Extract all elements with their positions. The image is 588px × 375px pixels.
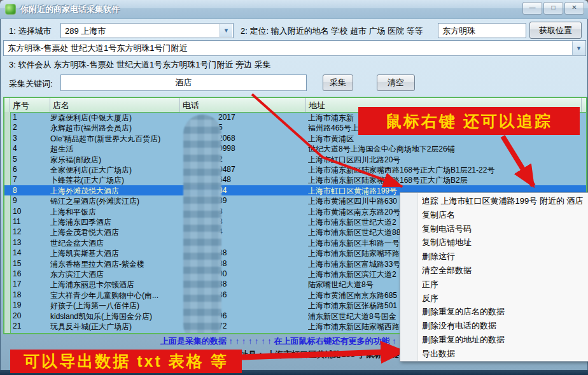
cell-no: 8 [13, 186, 45, 195]
status-text: 址是： 上海市虹口区黄浦路199号 鼠标右键 [240, 349, 399, 360]
cell-addr: 世纪大道8号上海国金中心商场地下2层26铺 [308, 144, 585, 155]
cell-phone: 88 [218, 259, 272, 268]
cell-no: 17 [13, 279, 45, 288]
cell-phone: 2017 [218, 113, 272, 122]
export-banner: 可以导出数据 txt 表格 等 [10, 350, 242, 373]
chevron-down-icon[interactable]: ▼ [220, 24, 232, 37]
app-window: 你附近的商家电话采集软件 — □ ✕ 1: 选择城市 289 上海市 ▼ 2: … [0, 0, 588, 375]
collect-keyword-label: 采集关键词: [9, 78, 53, 90]
cell-phone: 72 [218, 322, 272, 330]
cell-phone: 4 [218, 227, 272, 236]
cell-no: 7 [13, 175, 45, 184]
menu-item-12[interactable]: 导出数据 [422, 347, 585, 361]
menu-item-1[interactable]: 追踪 上海市虹口区黄浦路199号 附近的 酒店 [422, 194, 585, 208]
cell-phone: 8 [218, 207, 272, 216]
cell-no: 18 [13, 290, 45, 299]
cell-no: 10 [13, 207, 45, 216]
cell-no: 9 [13, 196, 45, 205]
menu-item-7[interactable]: 正序 [422, 278, 585, 292]
cell-no: 21 [13, 322, 45, 330]
locate-label: 2: 定位: 输入附近的地名 学校 超市 广场 医院 等等 [241, 25, 423, 37]
cell-no: 13 [13, 238, 45, 247]
table-row[interactable]: 4超生活0998世纪大道8号上海国金中心商场地下2层26铺 [4, 143, 586, 153]
right-click-banner: 鼠标右键 还可以追踪 [358, 107, 580, 135]
cell-phone: 648 [218, 175, 272, 184]
city-combobox-value: 289 上海市 [65, 25, 106, 37]
locate-keyword-input[interactable]: 东方明珠 [438, 23, 526, 38]
minimize-button[interactable]: — [522, 2, 542, 15]
table-row[interactable]: 5家乐福(邮政店)2上海市虹口区四川北路20号 [4, 154, 586, 164]
cell-no: 1 [13, 113, 45, 122]
cell-no: 4 [13, 144, 45, 153]
cell-phone: 2068 [218, 134, 272, 143]
cell-no: 2 [13, 123, 45, 132]
cell-no: 6 [13, 165, 45, 174]
locate-keyword-value: 东方明珠 [442, 25, 475, 37]
menu-item-4[interactable]: 复制店铺地址 [422, 236, 585, 250]
cell-phone: 96 [218, 311, 272, 320]
menu-item-8[interactable]: 反序 [422, 292, 585, 306]
maximize-button[interactable]: □ [543, 2, 563, 15]
hint-text: 上面是采集的数据 ↑ ↑ ↑ ↑ ↑ ↑ ↑ 在上面鼠标右键还有更多的功能 ↑ … [160, 336, 428, 347]
collect-keyword-input[interactable]: 酒店 [60, 74, 307, 91]
clear-button[interactable]: 清空 [377, 74, 415, 91]
table-row[interactable]: 7卜蜂莲花(正大广场店)648上海市浦东新区陆家嘴西路168号正大广场B2层 [4, 174, 586, 185]
cell-phone: 34 [218, 186, 272, 195]
cell-no: 3 [13, 134, 45, 143]
menu-item-9[interactable]: 删除重复的店名的数据 [422, 305, 585, 319]
cell-phone: 0998 [218, 144, 272, 153]
cell-no: 15 [13, 259, 45, 268]
cell-no: 5 [13, 155, 45, 164]
cell-phone: 36 [218, 290, 272, 299]
cell-phone: 88 [218, 248, 272, 257]
cell-no: 20 [13, 311, 45, 320]
menu-item-3[interactable]: 复制电话号码 [422, 222, 585, 236]
menu-item-5[interactable]: 删除这行 [422, 250, 585, 264]
column-header-3[interactable]: 电话 [180, 98, 306, 112]
column-header-2[interactable]: 店名 [50, 98, 180, 112]
cell-no: 12 [13, 227, 45, 236]
cell-phone: 00 [218, 269, 272, 278]
cell-phone: 2 [218, 155, 272, 164]
cell-no: 11 [13, 217, 45, 226]
menu-item-11[interactable]: 删除重复的地址的数据 [422, 333, 585, 347]
cell-phone: 39 [218, 196, 272, 205]
poi-combobox-value: 东方明珠-售票处 世纪大道1号东方明珠1号门附近 [8, 43, 187, 54]
column-header-1[interactable]: 序号 [10, 98, 50, 112]
cell-no: 19 [13, 301, 45, 309]
cell-no: 16 [13, 269, 45, 278]
cell-phone: 5 [218, 123, 272, 132]
get-location-button[interactable]: 获取位置 [529, 22, 582, 39]
window-title: 你附近的商家电话采集软件 [20, 4, 120, 15]
menu-item-10[interactable]: 删除没有电话的数据 [422, 319, 585, 333]
cell-phone: 38 [218, 279, 272, 288]
title-bar: 你附近的商家电话采集软件 — □ ✕ [0, 0, 588, 19]
cell-addr: 上海市黄浦区 [308, 134, 585, 145]
phone-blur-overlay [183, 115, 221, 333]
cell-phone: 0487 [218, 165, 272, 174]
select-city-label: 1: 选择城市 [9, 25, 51, 37]
app-icon [5, 4, 16, 15]
context-menu: 追踪 上海市虹口区黄浦路199号 附近的 酒店复制店名复制电话号码复制店铺地址删… [400, 192, 588, 362]
cell-no: 14 [13, 248, 45, 257]
collect-keyword-value: 酒店 [61, 77, 306, 88]
close-button[interactable]: ✕ [564, 2, 584, 15]
menu-item-2[interactable]: 复制店名 [422, 208, 585, 222]
table-row[interactable]: 6全家便利店(正大广场店)0487上海市浦东新区陆家嘴西路168号正大广场B1层… [4, 164, 586, 174]
cell-addr: 上海市虹口区四川北路20号 [308, 155, 585, 166]
collect-button[interactable]: 采集 [323, 74, 353, 91]
city-combobox[interactable]: 289 上海市 ▼ [60, 23, 234, 38]
cell-phone: 8 [218, 217, 272, 226]
header-corner [4, 98, 10, 112]
cell-addr: 上海市浦东新区陆家嘴西路168号正大广场B2层 [308, 175, 585, 186]
menu-item-6[interactable]: 清空全部数据 [422, 264, 585, 278]
source-info-label: 3: 软件会从 东方明珠-售票处 世纪大道1号东方明珠1号门附近 旁边 采集 [9, 59, 271, 71]
context-menu-gutter [400, 193, 418, 361]
chevron-down-icon[interactable]: ▼ [572, 41, 585, 55]
poi-combobox[interactable]: 东方明珠-售票处 世纪大道1号东方明珠1号门附近 ▼ [3, 40, 586, 56]
cell-addr: 上海市浦东新区陆家嘴西路168号正大广场B1层21-22号 [308, 165, 585, 176]
